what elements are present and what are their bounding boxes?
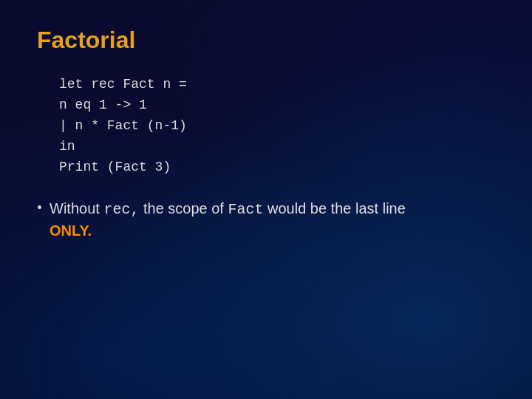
slide-content: Factorial let rec Fact n = n eq 1 -> 1 |… [0, 0, 532, 264]
code-line-3: | n * Fact (n-1) [59, 116, 495, 137]
bullet-prefix: Without [50, 200, 103, 216]
code-line-5: Print (Fact 3) [59, 157, 495, 178]
bullet-middle: the scope of [139, 200, 228, 216]
code-line-1: let rec Fact n = [59, 75, 495, 95]
slide-title: Factorial [37, 27, 495, 54]
code-line-4: in [59, 137, 495, 157]
bullet-dot: • [37, 200, 42, 216]
bullet-fact-code: Fact [228, 201, 263, 218]
bullet-point: • Without rec, the scope of Fact would b… [37, 198, 495, 242]
code-block: let rec Fact n = n eq 1 -> 1 | n * Fact … [59, 75, 495, 177]
bullet-only: ONLY. [50, 222, 92, 239]
bullet-text: Without rec, the scope of Fact would be … [50, 198, 406, 242]
bullet-suffix: would be the last line [263, 200, 405, 216]
bullet-rec-code: rec, [103, 201, 139, 218]
code-line-2: n eq 1 -> 1 [59, 95, 495, 116]
